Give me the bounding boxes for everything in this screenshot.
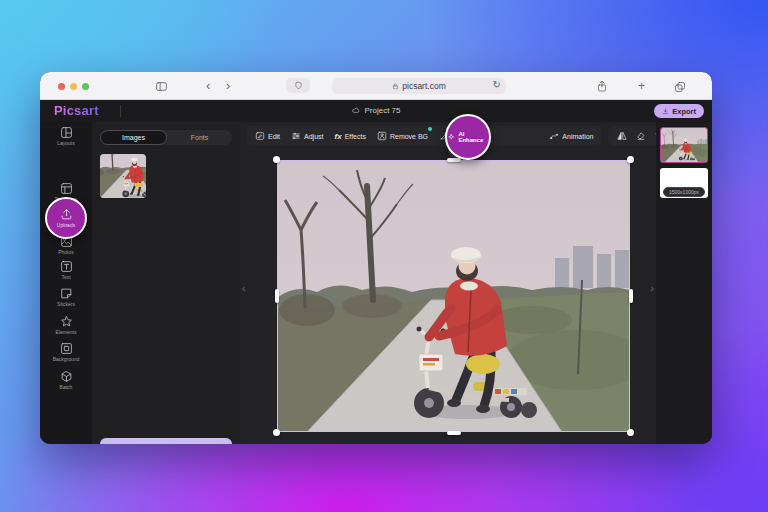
eraser-button[interactable]: [636, 131, 646, 141]
tab-overview-icon[interactable]: [674, 79, 686, 97]
adjust-icon: [291, 131, 301, 141]
effects-button[interactable]: fx Effects: [335, 132, 366, 141]
sidebar-item-elements[interactable]: Elements: [40, 315, 92, 341]
canvas-size-badge: 1500x1000px: [663, 187, 705, 197]
eraser-icon: [636, 131, 646, 141]
toolbar-label: Animation: [562, 133, 593, 140]
ai-enhance-highlight-circle[interactable]: AI Enhance: [445, 114, 491, 160]
toolbar-label: Remove BG: [390, 133, 428, 140]
sidebar-label: Photos: [40, 249, 92, 255]
tab-fonts[interactable]: Fonts: [167, 130, 232, 145]
upload-icon: [60, 208, 73, 221]
privacy-shield-icon[interactable]: [286, 78, 310, 93]
flip-button[interactable]: [617, 131, 627, 141]
resize-handle-bottom-left[interactable]: [273, 429, 280, 436]
minimize-window-button[interactable]: [70, 83, 77, 90]
toolbar-label: Edit: [268, 133, 280, 140]
sidebar-item-batch[interactable]: Batch: [40, 370, 92, 396]
picsart-logo[interactable]: Picsart: [54, 103, 99, 118]
effects-icon: fx: [335, 132, 342, 141]
sidebar-item-text[interactable]: Text: [40, 260, 92, 286]
export-button[interactable]: Export: [654, 104, 704, 118]
lock-icon: [392, 83, 399, 90]
animation-button[interactable]: Animation: [549, 131, 593, 141]
sidebar-label: Background: [40, 356, 92, 362]
upload-button-partial[interactable]: Upload: [100, 438, 232, 444]
browser-window: ‹ › picsart.com ↻ + Picsart: [40, 72, 712, 444]
uploaded-image-thumbnail[interactable]: [100, 154, 146, 198]
divider: [120, 105, 121, 117]
uploads-panel: Images Fonts Upload: [92, 122, 240, 444]
resize-handle-top-left[interactable]: [273, 156, 280, 163]
ai-enhance-label: AI Enhance: [458, 131, 489, 143]
sidebar-label: Uploads: [57, 222, 75, 228]
edit-icon: [255, 131, 265, 141]
editor-header: Picsart Project 75 Export: [40, 100, 712, 122]
tab-images[interactable]: Images: [100, 130, 167, 145]
reload-icon[interactable]: ↻: [493, 79, 501, 90]
address-bar[interactable]: picsart.com ↻: [332, 78, 506, 94]
selected-layer-thumbnail[interactable]: [660, 127, 708, 163]
resize-handle-right[interactable]: [629, 289, 633, 303]
flip-icon: [617, 131, 627, 141]
back-button[interactable]: ‹: [206, 79, 210, 93]
panel-tabs: Images Fonts: [100, 130, 232, 145]
sidebar-item-layouts[interactable]: Layouts: [40, 126, 92, 152]
resize-handle-bottom[interactable]: [447, 431, 461, 435]
collapse-left-panel-chevron[interactable]: ‹: [242, 282, 246, 294]
expand-right-panel-chevron[interactable]: ›: [650, 282, 654, 294]
sidebar-label: Text: [40, 274, 92, 280]
sidebar-label: Layouts: [40, 140, 92, 146]
sidebar-label: Stickers: [40, 301, 92, 307]
selected-photo-layer[interactable]: ↻: [277, 160, 630, 432]
toolbar-group-main: Edit Adjust fx Effects Remove BG: [246, 126, 602, 146]
url-text: picsart.com: [402, 81, 445, 91]
ai-enhance-icon: [447, 133, 455, 142]
share-icon[interactable]: [596, 79, 608, 97]
browser-chrome: ‹ › picsart.com ↻ +: [40, 72, 712, 100]
remove-bg-button[interactable]: Remove BG: [377, 131, 428, 141]
toolbar-label: Effects: [345, 133, 366, 140]
close-window-button[interactable]: [58, 83, 65, 90]
download-icon: [662, 108, 669, 115]
sidebar-item-background[interactable]: Background: [40, 342, 92, 368]
sidebar-toggle-icon[interactable]: [155, 79, 168, 97]
resize-handle-top-right[interactable]: [627, 156, 634, 163]
adjust-button[interactable]: Adjust: [291, 131, 323, 141]
new-feature-badge: [428, 127, 432, 131]
animation-icon: [549, 131, 559, 141]
pages-panel: 1500x1000px: [656, 122, 712, 444]
uploads-highlight-circle[interactable]: Uploads: [45, 197, 87, 239]
resize-handle-bottom-right[interactable]: [627, 429, 634, 436]
new-tab-button[interactable]: +: [638, 79, 645, 93]
project-name[interactable]: Project 75: [351, 106, 400, 115]
cloud-sync-icon: [351, 106, 360, 115]
toolbar-label: Adjust: [304, 133, 323, 140]
forward-button[interactable]: ›: [226, 79, 230, 93]
export-label: Export: [672, 107, 696, 116]
sidebar-item-stickers[interactable]: Stickers: [40, 287, 92, 313]
left-sidebar: Layouts Templates Collages Photos Text: [40, 122, 92, 444]
canvas-area[interactable]: Edit Adjust fx Effects Remove BG: [240, 122, 656, 444]
resize-handle-left[interactable]: [275, 289, 279, 303]
project-name-label: Project 75: [364, 106, 400, 115]
sidebar-label: Batch: [40, 384, 92, 390]
remove-bg-icon: [377, 131, 387, 141]
sidebar-label: Elements: [40, 329, 92, 335]
desktop-background: ‹ › picsart.com ↻ + Picsart: [0, 0, 768, 512]
edit-button[interactable]: Edit: [255, 131, 280, 141]
zoom-window-button[interactable]: [82, 83, 89, 90]
